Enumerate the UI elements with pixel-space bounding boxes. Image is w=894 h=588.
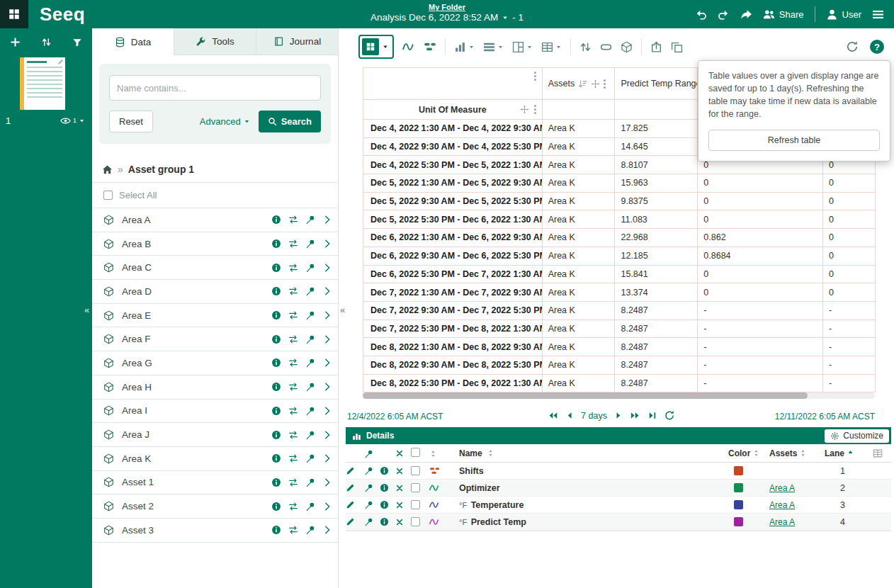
trend-view-icon[interactable] [402, 40, 415, 53]
customize-button[interactable]: Customize [825, 429, 889, 443]
treemap-button[interactable] [512, 41, 533, 53]
scorecard-button[interactable] [483, 41, 504, 53]
my-folder-link[interactable]: My Folder [370, 3, 524, 11]
step-back-icon[interactable] [564, 410, 575, 421]
unit-of-measure-header[interactable]: Unit Of Measure [363, 100, 543, 120]
pin-icon[interactable] [305, 453, 315, 463]
chevron-right-icon[interactable] [322, 406, 332, 416]
swap-asset-icon[interactable] [288, 286, 298, 296]
asset-list-item[interactable]: Area B [92, 232, 338, 256]
share-button[interactable]: Share [763, 9, 804, 21]
step-to-now-icon[interactable] [647, 410, 658, 421]
undo-icon[interactable] [695, 9, 707, 21]
remove-icon[interactable] [395, 501, 404, 509]
select-all-row[interactable]: Select All [92, 182, 338, 208]
swap-asset-icon[interactable] [288, 239, 298, 249]
capsule-table-row[interactable]: Dec 6, 2022 9:30 AM - Dec 6, 2022 5:30 P… [363, 247, 876, 266]
capsule-time-icon[interactable] [424, 40, 436, 53]
capsule-table-row[interactable]: Dec 5, 2022 1:30 AM - Dec 5, 2022 9:30 A… [363, 174, 876, 193]
assets-column-header[interactable]: Assets [543, 68, 616, 100]
caret-down-icon[interactable] [502, 14, 509, 21]
chevron-right-icon[interactable] [322, 453, 332, 463]
chevron-right-icon[interactable] [322, 358, 332, 368]
refresh-icon[interactable] [846, 40, 859, 53]
assets-column-header[interactable]: Assets [769, 448, 825, 458]
capsule-table-row[interactable]: Dec 5, 2022 9:30 AM - Dec 5, 2022 5:30 P… [363, 193, 876, 211]
pin-icon[interactable] [305, 358, 315, 368]
tab-data[interactable]: Data [92, 28, 174, 55]
chevron-right-icon[interactable] [322, 502, 332, 511]
pin-icon[interactable] [305, 334, 315, 344]
chevron-right-icon[interactable] [322, 477, 332, 487]
pin-icon[interactable] [364, 483, 373, 492]
asset-list-item[interactable]: Area E [92, 304, 338, 328]
info-icon[interactable] [271, 286, 281, 296]
info-icon[interactable] [271, 215, 281, 225]
auto-update-icon[interactable] [664, 410, 675, 421]
remove-icon[interactable] [395, 518, 404, 526]
pin-icon[interactable] [364, 466, 373, 475]
chevron-right-icon[interactable] [322, 286, 332, 296]
dimension-cube-icon[interactable] [621, 41, 633, 53]
edit-icon[interactable] [346, 483, 355, 492]
asset-list-item[interactable]: Area J [92, 423, 338, 447]
chevron-right-icon[interactable] [322, 334, 332, 344]
add-worksheet-icon[interactable] [10, 37, 21, 47]
collapse-panel-icon[interactable]: « [340, 305, 345, 315]
swap-asset-icon[interactable] [288, 263, 298, 273]
asset-list-item[interactable]: Area A [92, 208, 338, 232]
swap-asset-icon[interactable] [288, 215, 298, 225]
search-button[interactable]: Search [259, 111, 321, 132]
help-icon[interactable]: ? [870, 40, 884, 54]
advanced-link[interactable]: Advanced [200, 116, 250, 127]
remove-icon[interactable] [395, 484, 404, 492]
capsule-table-row[interactable]: Dec 6, 2022 1:30 AM - Dec 6, 2022 9:30 A… [363, 229, 876, 247]
sort-capsules-icon[interactable] [579, 41, 592, 53]
asset-list-item[interactable]: Area G [92, 351, 338, 375]
row-checkbox[interactable] [411, 466, 420, 475]
display-range-start[interactable]: 12/4/2022 6:05 AM ACST [347, 412, 443, 422]
step-forward-icon[interactable] [613, 410, 624, 421]
chevron-right-icon[interactable] [322, 239, 332, 249]
edit-icon[interactable] [346, 517, 355, 526]
pin-icon[interactable] [305, 502, 315, 511]
asset-link[interactable]: Area A [769, 483, 795, 493]
name-column-header[interactable]: Name [453, 448, 728, 458]
capsule-table-row[interactable]: Dec 7, 2022 1:30 AM - Dec 7, 2022 9:30 A… [363, 283, 876, 302]
scrollbar-thumb[interactable] [363, 392, 808, 399]
info-icon[interactable] [271, 358, 281, 368]
pin-icon[interactable] [305, 477, 315, 487]
info-icon[interactable] [271, 334, 281, 344]
details-row[interactable]: Shifts 1 [346, 463, 891, 480]
info-icon[interactable] [271, 239, 281, 249]
tab-journal[interactable]: Journal [256, 28, 338, 55]
asset-list-item[interactable]: Area F [92, 327, 338, 351]
capsule-table-row[interactable]: Dec 5, 2022 5:30 PM - Dec 6, 2022 1:30 A… [363, 210, 876, 229]
asset-list-item[interactable]: Asset 3 [92, 519, 338, 543]
info-icon[interactable] [271, 453, 281, 463]
step-forward-double-icon[interactable] [630, 410, 641, 421]
swap-asset-icon[interactable] [288, 334, 298, 344]
info-icon[interactable] [271, 477, 281, 487]
chevron-right-icon[interactable] [322, 430, 332, 440]
capsule-table-row[interactable]: Dec 6, 2022 5:30 PM - Dec 7, 2022 1:30 A… [363, 266, 876, 284]
swap-asset-icon[interactable] [288, 525, 298, 535]
search-input[interactable] [109, 75, 321, 101]
info-icon[interactable] [271, 406, 281, 416]
pin-icon[interactable] [305, 525, 315, 535]
pin-icon[interactable] [305, 406, 315, 416]
color-column-header[interactable]: Color [728, 448, 769, 458]
collapse-rail-icon[interactable]: « [84, 305, 89, 315]
capsule-table-row[interactable]: Dec 8, 2022 9:30 AM - Dec 8, 2022 5:30 P… [363, 356, 876, 375]
info-icon[interactable] [380, 517, 389, 526]
pin-icon[interactable] [305, 286, 315, 296]
swap-asset-icon[interactable] [288, 502, 298, 511]
pin-icon[interactable] [305, 239, 315, 249]
capsule-table-row[interactable]: Dec 7, 2022 9:30 AM - Dec 7, 2022 5:30 P… [363, 302, 876, 320]
select-all-items-checkbox[interactable] [411, 448, 420, 457]
column-menu-icon[interactable] [534, 105, 536, 114]
sort-icon[interactable] [429, 450, 437, 458]
asset-link[interactable]: Area A [769, 500, 795, 510]
info-icon[interactable] [271, 382, 281, 392]
simple-table-button[interactable] [541, 41, 562, 53]
